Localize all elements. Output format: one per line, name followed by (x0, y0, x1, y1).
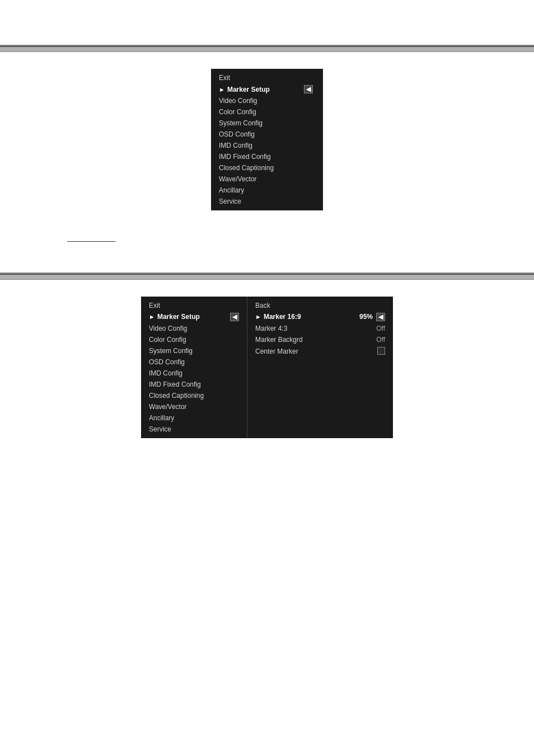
marker-setup-arrow-icon: ► (219, 86, 225, 93)
right-centermarker-item[interactable]: Center Marker (247, 345, 393, 358)
dual-marker-setup-arrow-icon: ► (149, 313, 155, 320)
centermarker-checkbox-box[interactable] (377, 347, 385, 355)
dual-imdfixedconfig-item[interactable]: IMD Fixed Config (141, 379, 247, 390)
section-1-header (0, 46, 534, 52)
centermarker-checkbox[interactable] (363, 347, 385, 356)
menu-1-container: Exit ► Marker Setup ◀ Video Config Color… (9, 63, 525, 222)
menu-colorconfig-item[interactable]: Color Config (211, 106, 323, 118)
menu-service-item[interactable]: Service (211, 196, 323, 207)
dual-closedcaptioning-item[interactable]: Closed Captioning (141, 390, 247, 401)
section-1: Exit ► Marker Setup ◀ Video Config Color… (0, 46, 534, 227)
dual-videoconfig-item[interactable]: Video Config (141, 323, 247, 334)
menu-closedcaptioning-item[interactable]: Closed Captioning (211, 162, 323, 173)
section-2-header (0, 274, 534, 280)
dual-menu-right-panel: Back ► Marker 16:9 95% ◀ Marker 4:3 (247, 297, 393, 438)
dual-systemconfig-item[interactable]: System Config (141, 345, 247, 356)
text-area-1 (0, 227, 534, 250)
dual-exit-item[interactable]: Exit (141, 300, 247, 311)
menu-osdconfig-item[interactable]: OSD Config (211, 129, 323, 140)
marker169-arrow-icon: ► (255, 313, 261, 320)
menu-1-box: Exit ► Marker Setup ◀ Video Config Color… (211, 69, 323, 210)
dual-ancillary-item[interactable]: Ancillary (141, 412, 247, 424)
menu-markersetup-label: ► Marker Setup (219, 86, 270, 93)
section-1-body: Exit ► Marker Setup ◀ Video Config Color… (0, 52, 534, 227)
marker169-bracket-icon: ◀ (376, 313, 385, 321)
dual-colorconfig-item[interactable]: Color Config (141, 334, 247, 345)
right-back-item[interactable]: Back (247, 300, 393, 311)
marker-setup-bracket-icon: ◀ (304, 85, 313, 93)
section-2-body: Exit ► Marker Setup ◀ Video Config Color (0, 280, 534, 455)
dual-service-item[interactable]: Service (141, 424, 247, 435)
menu-exit-label: Exit (219, 74, 230, 82)
menu-markersetup-item[interactable]: ► Marker Setup ◀ (211, 83, 323, 95)
menu-ancillary-item[interactable]: Ancillary (211, 185, 323, 196)
dual-wavevector-item[interactable]: Wave/Vector (141, 401, 247, 412)
menu-wavevector-item[interactable]: Wave/Vector (211, 173, 323, 185)
dual-marker-setup-bracket-icon: ◀ (230, 313, 239, 321)
menu-exit-item[interactable]: Exit (211, 72, 323, 83)
menu-systemconfig-item[interactable]: System Config (211, 118, 323, 129)
dual-markersetup-item[interactable]: ► Marker Setup ◀ (141, 311, 247, 323)
menu-imdfixedconfig-item[interactable]: IMD Fixed Config (211, 151, 323, 162)
dual-menu-box: Exit ► Marker Setup ◀ Video Config Color (141, 297, 393, 438)
menu-videoconfig-item[interactable]: Video Config (211, 95, 323, 106)
marker169-value: 95% (350, 313, 373, 321)
marker43-value: Off (363, 325, 385, 332)
dual-osdconfig-item[interactable]: OSD Config (141, 356, 247, 368)
right-markerbackgrd-item[interactable]: Marker Backgrd Off (247, 334, 393, 345)
menu-imdconfig-item[interactable]: IMD Config (211, 140, 323, 151)
section-2: Exit ► Marker Setup ◀ Video Config Color (0, 274, 534, 455)
dual-imdconfig-item[interactable]: IMD Config (141, 368, 247, 379)
right-marker43-item[interactable]: Marker 4:3 Off (247, 323, 393, 334)
underline-link[interactable] (67, 234, 116, 242)
dual-menu-container: Exit ► Marker Setup ◀ Video Config Color (9, 291, 525, 449)
markerbackgrd-value: Off (363, 336, 385, 344)
right-marker169-item[interactable]: ► Marker 16:9 95% ◀ (247, 311, 393, 323)
dual-menu-left-panel: Exit ► Marker Setup ◀ Video Config Color (141, 297, 247, 438)
